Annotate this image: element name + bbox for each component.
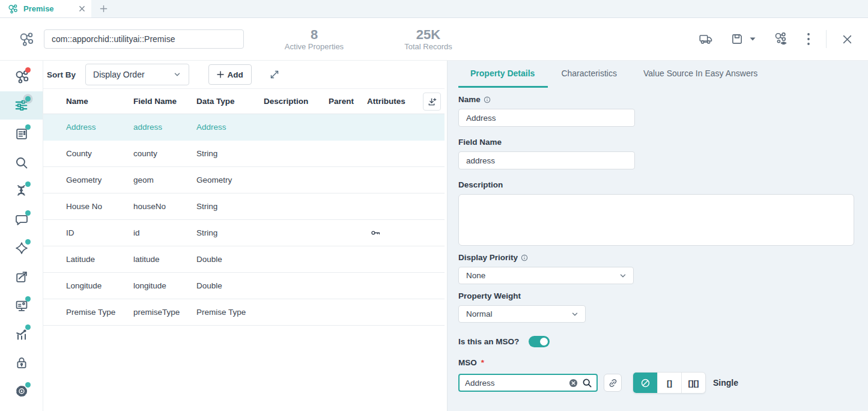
sidebar-item-search[interactable] — [0, 148, 43, 177]
tab-label: Characteristics — [561, 68, 617, 78]
mso-label: MSO* — [458, 358, 855, 367]
notification-badge — [25, 67, 31, 73]
sort-by-select[interactable]: Display Order — [85, 64, 189, 85]
publish-edit-icon — [14, 270, 29, 284]
notification-badge — [25, 382, 31, 388]
search-icon[interactable] — [582, 378, 592, 388]
sidebar-item-publish[interactable] — [0, 263, 43, 291]
cell-field-name: premiseType — [133, 308, 196, 317]
tab-label: Property Details — [470, 68, 535, 78]
sidebar-item-settings[interactable] — [0, 377, 43, 406]
sidebar-item-ai-insights[interactable] — [0, 234, 43, 263]
view-model-button[interactable] — [773, 31, 789, 47]
property-weight-select[interactable]: Normal — [458, 305, 586, 323]
entity-graph-icon — [18, 31, 34, 47]
kebab-menu-icon — [807, 32, 810, 46]
cell-field-name: houseNo — [133, 202, 196, 211]
entity-name-input[interactable] — [44, 29, 244, 49]
truck-icon — [698, 32, 714, 46]
cell-name: ID — [66, 228, 133, 237]
mso-search-input[interactable] — [465, 379, 565, 388]
tab-characteristics[interactable]: Characteristics — [548, 61, 630, 88]
tab-value-source[interactable]: Value Source In Easy Answers — [630, 61, 771, 88]
stat-total-records: 25K Total Records — [383, 27, 473, 51]
sidebar-item-lineage[interactable] — [0, 177, 43, 206]
segment-label: [][] — [688, 379, 699, 388]
col-data-type: Data Type — [196, 97, 264, 106]
clear-icon[interactable] — [569, 379, 578, 388]
display-priority-select[interactable]: None — [458, 267, 634, 284]
table-row-id[interactable]: ID id String — [43, 220, 445, 246]
more-options-button[interactable] — [807, 32, 810, 46]
sort-by-value: Display Order — [93, 70, 145, 79]
tab-bar: Premise — [0, 0, 868, 18]
table-row-county[interactable]: County county String — [43, 141, 445, 167]
cell-name: County — [66, 149, 133, 158]
close-button[interactable] — [842, 34, 852, 44]
new-tab-button[interactable] — [91, 0, 115, 17]
sidebar-item-properties[interactable] — [0, 91, 43, 120]
sidebar-item-monitor[interactable] — [0, 291, 43, 320]
notification-badge — [25, 96, 31, 102]
col-parent: Parent — [329, 97, 367, 106]
is-mso-toggle[interactable] — [529, 336, 550, 347]
info-icon — [521, 254, 528, 261]
cell-data-type: String — [196, 202, 264, 211]
table-row-geometry[interactable]: Geometry geom Geometry — [43, 167, 445, 193]
col-attributes: Attributes — [367, 97, 418, 106]
add-label: Add — [227, 70, 243, 79]
sidebar-item-model[interactable] — [0, 62, 43, 91]
list-toolbar: Sort By Display Order Add — [43, 61, 447, 88]
add-property-button[interactable]: Add — [208, 64, 252, 85]
field-name-field[interactable] — [458, 151, 635, 169]
description-field[interactable] — [458, 194, 854, 246]
link-entity-button[interactable] — [604, 374, 622, 392]
stat-label: Total Records — [383, 42, 473, 51]
cell-data-type: Address — [196, 123, 264, 132]
notification-badge — [25, 124, 31, 130]
expand-panel-button[interactable] — [270, 70, 279, 79]
sidebar-item-analytics[interactable] — [0, 320, 43, 349]
chevron-down-icon — [571, 310, 579, 318]
cardinality-single-array-button[interactable]: [] — [657, 373, 681, 393]
description-label: Description — [458, 180, 855, 189]
name-field[interactable] — [458, 109, 635, 127]
table-row-premise-type[interactable]: Premise Type premiseType Premise Type — [43, 299, 445, 326]
save-dropdown-caret-icon[interactable] — [749, 37, 756, 41]
link-chain-icon — [608, 378, 618, 388]
property-details-panel: Property Details Characteristics Value S… — [447, 61, 868, 411]
table-row-house-no[interactable]: House No houseNo String — [43, 193, 445, 220]
save-button[interactable] — [730, 32, 756, 46]
cardinality-double-array-button[interactable]: [][] — [681, 373, 705, 393]
tab-label: Premise — [23, 4, 54, 13]
table-row-latitude[interactable]: Latitude latitude Double — [43, 246, 445, 273]
notification-badge — [25, 296, 31, 302]
graph-eye-icon — [773, 31, 789, 47]
stat-value: 8 — [269, 27, 359, 42]
required-marker: * — [481, 358, 484, 367]
panel-tabs: Property Details Characteristics Value S… — [458, 61, 855, 88]
notification-badge — [25, 210, 31, 216]
expand-diagonal-icon — [270, 70, 279, 79]
tab-close-icon[interactable] — [79, 5, 85, 12]
sidebar-item-data-source[interactable] — [0, 120, 43, 148]
table-row-address[interactable]: Address address Address — [43, 114, 445, 141]
header-actions — [681, 30, 852, 48]
cell-field-name: address — [133, 123, 196, 132]
cardinality-none-button[interactable] — [633, 373, 657, 393]
cell-name: Latitude — [66, 255, 133, 264]
cell-data-type: String — [196, 228, 264, 237]
sidebar-item-security[interactable] — [0, 349, 43, 377]
cell-field-name: longitude — [133, 281, 196, 290]
cell-data-type: Double — [196, 281, 264, 290]
tab-premise[interactable]: Premise — [0, 0, 91, 17]
cell-name: House No — [66, 202, 133, 211]
cell-name: Longitude — [66, 281, 133, 290]
import-properties-button[interactable] — [423, 93, 441, 111]
sidebar-item-comments[interactable] — [0, 206, 43, 234]
display-priority-label: Display Priority — [458, 253, 855, 262]
tab-property-details[interactable]: Property Details — [458, 61, 548, 88]
plus-icon — [217, 71, 224, 78]
deploy-truck-button[interactable] — [698, 32, 714, 46]
table-row-longitude[interactable]: Longitude longitude Double — [43, 273, 445, 299]
